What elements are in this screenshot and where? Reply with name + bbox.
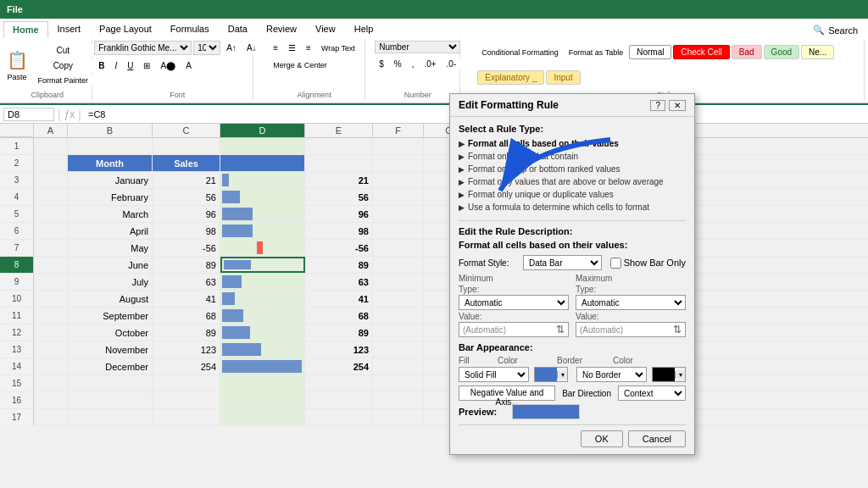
dialog-buttons: OK Cancel	[459, 424, 686, 447]
show-bar-only-row: Show Bar Only	[610, 258, 686, 269]
edit-rule-desc-label: Edit the Rule Description:	[459, 226, 686, 236]
rule-arrow-4: ▶	[459, 191, 465, 199]
border-color-dropdown-arrow: ▾	[675, 371, 685, 379]
border-col-header: Border	[557, 356, 608, 365]
minimum-col: Minimum Type: Automatic Value: (Automati…	[459, 274, 569, 337]
format-style-select[interactable]: Data Bar	[523, 255, 602, 270]
type-label-max: Type:	[576, 285, 686, 294]
rule-arrow-0: ▶	[459, 140, 465, 148]
minimum-label: Minimum	[459, 274, 569, 283]
value-label-max: Value:	[576, 312, 686, 321]
bar-direction-select[interactable]: Context	[618, 385, 686, 401]
preview-row: Preview:	[459, 404, 686, 419]
bar-col-headers: Fill Color Border Color	[459, 356, 686, 365]
negative-value-axis-button[interactable]: Negative Value and Axis...	[459, 385, 555, 401]
select-rule-type-label: Select a Rule Type:	[459, 124, 686, 134]
rule-arrow-1: ▶	[459, 152, 465, 161]
minmax-row: Minimum Type: Automatic Value: (Automati…	[459, 274, 686, 337]
rule-arrow-3: ▶	[459, 178, 465, 186]
dialog-help-button[interactable]: ?	[650, 100, 665, 111]
rule-text-2: Format only top or bottom ranked values	[468, 164, 620, 174]
rule-text-3: Format only values that are above or bel…	[468, 177, 664, 186]
edit-formatting-rule-dialog: Edit Formatting Rule ? ✕ Select a Rule T…	[449, 93, 695, 455]
value-min-arrows: ⇅	[556, 324, 565, 336]
format-style-label: Format Style:	[459, 258, 518, 268]
dialog-title-bar: Edit Formatting Rule ? ✕	[450, 94, 694, 117]
value-max-display: (Automatic) ⇅	[576, 322, 686, 337]
dialog-controls: ? ✕	[650, 100, 686, 111]
format-style-row: Format Style: Data Bar Show Bar Only	[459, 255, 686, 270]
rule-item-2[interactable]: ▶ Format only top or bottom ranked value…	[459, 163, 686, 175]
rule-text-1: Format only cells that contain	[468, 152, 578, 161]
fill-color-col-header: Color	[498, 356, 548, 365]
rule-item-4[interactable]: ▶ Format only unique or duplicate values	[459, 188, 686, 201]
value-max-text: (Automatic)	[580, 325, 673, 335]
border-select[interactable]: No Border	[576, 367, 647, 382]
rule-arrow-2: ▶	[459, 165, 465, 174]
fill-col-header: Fill	[459, 356, 492, 365]
rule-item-0[interactable]: ▶ Format all cells based on their values	[459, 137, 686, 150]
border-color-col-header: Color	[613, 356, 647, 365]
divider	[459, 220, 686, 221]
value-min-display: (Automatic) ⇅	[459, 322, 569, 337]
bar-direction-label: Bar Direction	[562, 389, 611, 398]
rule-text-0: Format all cells based on their values	[468, 139, 619, 148]
cancel-button[interactable]: Cancel	[628, 430, 686, 447]
maximum-col: Maximum Type: Automatic Value: (Automati…	[576, 274, 686, 337]
rule-item-5[interactable]: ▶ Use a formula to determine which cells…	[459, 201, 686, 214]
rule-text-4: Format only unique or duplicate values	[468, 190, 614, 199]
fill-color-dropdown-arrow: ▾	[557, 371, 567, 379]
fill-color-button[interactable]: ▾	[534, 367, 568, 382]
ok-button[interactable]: OK	[581, 430, 623, 447]
bar-appearance-label: Bar Appearance:	[459, 342, 686, 352]
fill-color-swatch	[535, 368, 557, 381]
fill-select[interactable]: Solid Fill	[459, 367, 529, 382]
type-max-select[interactable]: Automatic	[576, 295, 686, 310]
dialog-close-button[interactable]: ✕	[669, 100, 686, 111]
show-bar-only-label: Show Bar Only	[624, 258, 686, 268]
value-min-text: (Automatic)	[463, 325, 556, 335]
rule-text-5: Use a formula to determine which cells t…	[468, 202, 649, 212]
preview-label: Preview:	[459, 407, 505, 417]
type-label-min: Type:	[459, 285, 569, 294]
dialog-body: Select a Rule Type: ▶ Format all cells b…	[450, 117, 694, 454]
show-bar-only-checkbox[interactable]	[610, 258, 621, 269]
value-label-min: Value:	[459, 312, 569, 321]
rule-list: ▶ Format all cells based on their values…	[459, 137, 686, 214]
preview-bar	[512, 404, 580, 419]
rule-item-3[interactable]: ▶ Format only values that are above or b…	[459, 175, 686, 188]
dialog-title-text: Edit Formatting Rule	[459, 99, 559, 111]
dialog-overlay: Edit Formatting Rule ? ✕ Select a Rule T…	[0, 0, 868, 488]
neg-dir-row: Negative Value and Axis... Bar Direction…	[459, 385, 686, 401]
format-all-cells-title: Format all cells based on their values:	[459, 240, 686, 250]
type-min-select[interactable]: Automatic	[459, 295, 569, 310]
border-color-swatch	[653, 368, 675, 381]
maximum-label: Maximum	[576, 274, 686, 283]
value-max-arrows: ⇅	[673, 324, 682, 336]
rule-arrow-5: ▶	[459, 203, 465, 212]
rule-item-1[interactable]: ▶ Format only cells that contain	[459, 150, 686, 163]
border-color-button[interactable]: ▾	[652, 367, 686, 382]
bar-appearance-row: Solid Fill ▾ No Border ▾	[459, 367, 686, 382]
